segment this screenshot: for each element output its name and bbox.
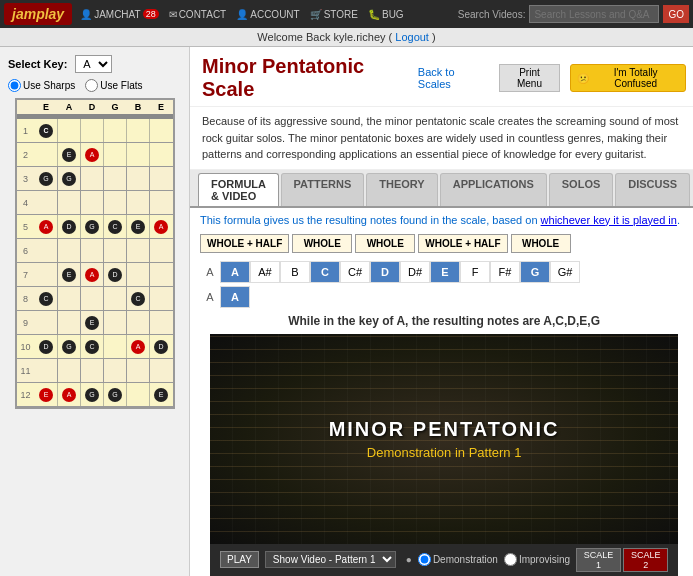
use-flats-radio[interactable] bbox=[85, 79, 98, 92]
use-sharps-radio[interactable] bbox=[8, 79, 21, 92]
nav-account[interactable]: 👤 ACCOUNT bbox=[236, 9, 299, 20]
tab-applications[interactable]: APPLICATIONS bbox=[440, 173, 547, 206]
fret-num-7: 7 bbox=[17, 263, 35, 286]
tab-patterns[interactable]: PATTERNS bbox=[281, 173, 365, 206]
use-sharps-label[interactable]: Use Sharps bbox=[8, 79, 75, 92]
note-G: G bbox=[520, 261, 550, 283]
dot-5-6: A bbox=[154, 220, 168, 234]
formula-area: This formula gives us the resulting note… bbox=[190, 208, 693, 577]
fret-3-s5 bbox=[127, 167, 150, 190]
main-wrapper: Select Key: ABCDEFG Use Sharps Use Flats… bbox=[0, 47, 693, 576]
open-B: B bbox=[127, 102, 150, 112]
formula-box-2: WHOLE bbox=[292, 234, 352, 253]
header-actions: Back to Scales Print Menu 😕 I'm Totally … bbox=[418, 64, 686, 92]
nav-contact[interactable]: ✉ CONTACT bbox=[169, 9, 227, 20]
fret-row-10: 10 D G C A D bbox=[17, 335, 173, 359]
search-input[interactable] bbox=[529, 5, 659, 23]
use-flats-text: Use Flats bbox=[100, 80, 142, 91]
dot-9-3: E bbox=[85, 316, 99, 330]
confused-icon: 😕 bbox=[577, 73, 589, 84]
note-F: F bbox=[460, 261, 490, 283]
account-label: ACCOUNT bbox=[250, 9, 299, 20]
key-controls: Select Key: ABCDEFG bbox=[8, 55, 181, 73]
note-Cs: C# bbox=[340, 261, 370, 283]
logo-play: play bbox=[36, 6, 64, 22]
scale-buttons: SCALE 1 SCALE 2 bbox=[576, 548, 668, 572]
dot-7-4: D bbox=[108, 268, 122, 282]
video-subtitle: Demonstration in Pattern 1 bbox=[329, 445, 560, 460]
search-area: Search Videos: GO bbox=[458, 5, 689, 23]
fret-1-s4 bbox=[104, 119, 127, 142]
print-menu-button[interactable]: Print Menu bbox=[499, 64, 560, 92]
improv-radio[interactable] bbox=[504, 553, 517, 566]
go-button[interactable]: GO bbox=[663, 5, 689, 23]
mail-icon: ✉ bbox=[169, 9, 177, 20]
open-E2: E bbox=[150, 102, 173, 112]
fret-3-s6 bbox=[150, 167, 173, 190]
fret-row-2: 2 E A bbox=[17, 143, 173, 167]
bug-icon: 🐛 bbox=[368, 9, 380, 20]
logo[interactable]: jamplay bbox=[4, 3, 72, 25]
note-A: A bbox=[220, 261, 250, 283]
use-flats-label[interactable]: Use Flats bbox=[85, 79, 142, 92]
dot-7-2: E bbox=[62, 268, 76, 282]
store-label: STORE bbox=[324, 9, 358, 20]
tab-theory[interactable]: THEORY bbox=[366, 173, 437, 206]
tab-discuss[interactable]: DISCUSS bbox=[615, 173, 690, 206]
logout-link[interactable]: Logout bbox=[395, 31, 429, 43]
user-icon: 👤 bbox=[80, 9, 92, 20]
dot-10-2: G bbox=[62, 340, 76, 354]
dot-5-5: E bbox=[131, 220, 145, 234]
tab-formula-video[interactable]: FORMULA & VIDEO bbox=[198, 173, 279, 206]
note-Fs: F# bbox=[490, 261, 520, 283]
dot-3-1: G bbox=[39, 172, 53, 186]
dot-12-6: E bbox=[154, 388, 168, 402]
fretboard-area: Select Key: ABCDEFG Use Sharps Use Flats… bbox=[0, 47, 190, 576]
video-title: MINOR PENTATONIC bbox=[329, 418, 560, 441]
fret-5-s5: E bbox=[127, 215, 150, 238]
key-select[interactable]: ABCDEFG bbox=[75, 55, 112, 73]
video-container: MINOR PENTATONIC Demonstration in Patter… bbox=[210, 334, 678, 544]
contact-label: CONTACT bbox=[179, 9, 227, 20]
formula-box-1: WHOLE + HALF bbox=[200, 234, 289, 253]
formula-box-5: WHOLE bbox=[511, 234, 571, 253]
nav-jamchat[interactable]: 👤 JAMCHAT 28 bbox=[80, 9, 159, 20]
fret-row-5: 5 A D G C E bbox=[17, 215, 173, 239]
use-sharps-text: Use Sharps bbox=[23, 80, 75, 91]
back-to-scales-link[interactable]: Back to Scales bbox=[418, 66, 489, 90]
open-D: D bbox=[81, 102, 104, 112]
dot-5-2: D bbox=[62, 220, 76, 234]
nav-bug[interactable]: 🐛 BUG bbox=[368, 9, 404, 20]
tab-solos[interactable]: SOLOS bbox=[549, 173, 614, 206]
fret-6-s1 bbox=[35, 239, 58, 262]
video-text-overlay: MINOR PENTATONIC Demonstration in Patter… bbox=[329, 418, 560, 460]
scale1-button[interactable]: SCALE 1 bbox=[576, 548, 621, 572]
demo-radio-label[interactable]: Demonstration bbox=[418, 553, 498, 566]
fret-2-s2: E bbox=[58, 143, 81, 166]
fret-row-12: 12 E A G G E bbox=[17, 383, 173, 407]
description-bar: Because of its aggressive sound, the min… bbox=[190, 107, 693, 170]
fret-4-s6 bbox=[150, 191, 173, 214]
video-pattern-select[interactable]: Show Video - Pattern 1 bbox=[265, 551, 396, 568]
improv-radio-label[interactable]: Improvising bbox=[504, 553, 570, 566]
dot-12-4: G bbox=[108, 388, 122, 402]
fret-4-s5 bbox=[127, 191, 150, 214]
dot-12-3: G bbox=[85, 388, 99, 402]
fret-1-s3 bbox=[81, 119, 104, 142]
formula-link[interactable]: whichever key it is played in bbox=[541, 214, 677, 226]
fret-2-s3: A bbox=[81, 143, 104, 166]
fret-num-6: 6 bbox=[17, 239, 35, 262]
fret-4-s4 bbox=[104, 191, 127, 214]
dot-2-3: A bbox=[85, 148, 99, 162]
nav-store[interactable]: 🛒 STORE bbox=[310, 9, 358, 20]
scale2-button[interactable]: SCALE 2 bbox=[623, 548, 668, 572]
fretboard: E A D G B E bbox=[15, 98, 175, 409]
open-E1: E bbox=[35, 102, 58, 112]
fret-row-6: 6 bbox=[17, 239, 173, 263]
demo-radio[interactable] bbox=[418, 553, 431, 566]
row1-label: A bbox=[200, 266, 220, 278]
confused-button[interactable]: 😕 I'm Totally Confused bbox=[570, 64, 686, 92]
play-button[interactable]: PLAY bbox=[220, 551, 259, 568]
note-Gs: G# bbox=[550, 261, 580, 283]
dot-12-2: A bbox=[62, 388, 76, 402]
